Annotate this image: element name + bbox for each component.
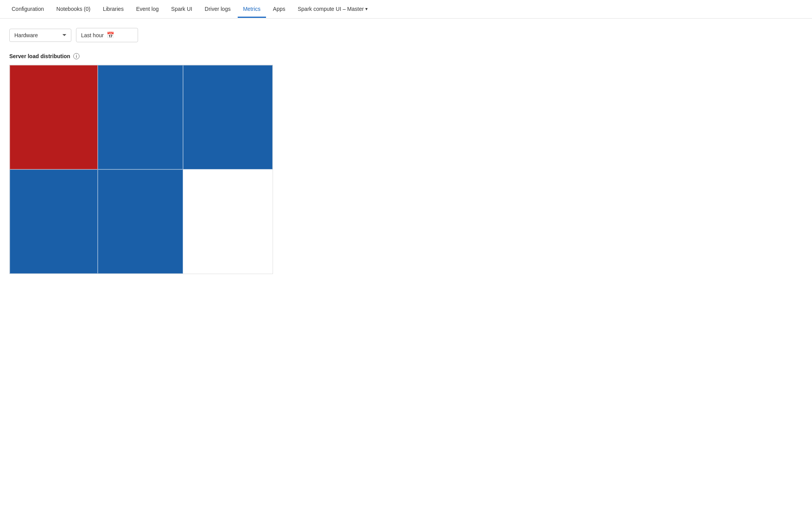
treemap-cell-2 (98, 65, 183, 169)
controls-row: Hardware Last hour 📅 (9, 28, 803, 42)
hardware-dropdown-chevron-icon (62, 34, 66, 36)
section-title-text: Server load distribution (9, 53, 70, 59)
treemap-cell-4 (10, 169, 98, 274)
time-range-label: Last hour (81, 32, 104, 38)
calendar-icon: 📅 (107, 31, 114, 39)
time-range-dropdown[interactable]: Last hour 📅 (76, 28, 138, 42)
treemap-cell-5 (98, 169, 183, 274)
nav-item-event-log[interactable]: Event log (131, 1, 164, 18)
spark-compute-chevron-icon: ▾ (365, 6, 368, 12)
nav-item-metrics[interactable]: Metrics (238, 1, 266, 18)
hardware-dropdown[interactable]: Hardware (9, 29, 71, 42)
nav-item-apps[interactable]: Apps (268, 1, 291, 18)
nav-item-driver-logs[interactable]: Driver logs (199, 1, 236, 18)
server-load-treemap (9, 65, 273, 274)
treemap-cell-1 (10, 65, 98, 169)
top-navigation: Configuration Notebooks (0) Libraries Ev… (0, 0, 812, 19)
nav-item-spark-compute[interactable]: Spark compute UI – Master ▾ (292, 1, 373, 18)
nav-item-spark-ui[interactable]: Spark UI (166, 1, 197, 18)
main-content: Hardware Last hour 📅 Server load distrib… (0, 19, 812, 283)
nav-item-notebooks[interactable]: Notebooks (0) (51, 1, 96, 18)
info-icon[interactable]: i (73, 53, 79, 59)
nav-item-configuration[interactable]: Configuration (6, 1, 49, 18)
hardware-dropdown-label: Hardware (14, 32, 38, 38)
treemap-cell-3 (183, 65, 273, 169)
section-title-row: Server load distribution i (9, 53, 803, 59)
treemap-cell-6 (183, 169, 273, 274)
nav-item-libraries[interactable]: Libraries (97, 1, 129, 18)
